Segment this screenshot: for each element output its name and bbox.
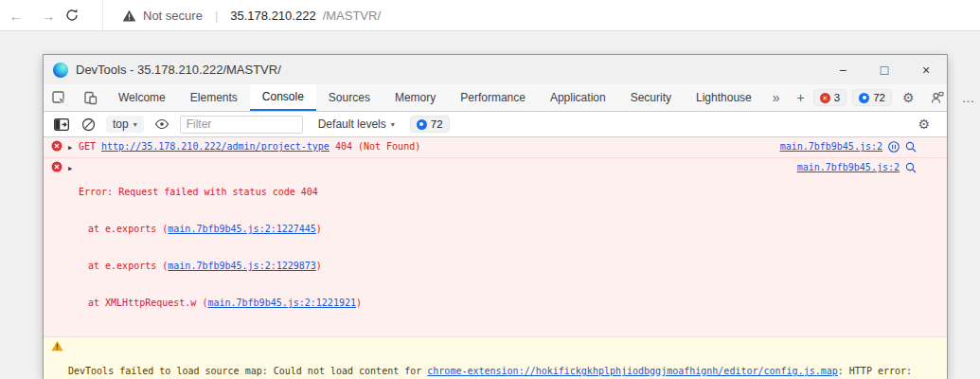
- console-warning-row: DevTools failed to load source map: Coul…: [44, 337, 947, 379]
- back-icon[interactable]: ←: [0, 8, 32, 24]
- url-host: 35.178.210.222: [230, 9, 315, 23]
- message-badge-icon: [859, 93, 869, 103]
- source-link[interactable]: main.7bfb9b45.js:2: [797, 161, 900, 173]
- stack-frame-link[interactable]: main.7bfb9b45.js:2:1229873: [168, 261, 316, 271]
- stack-frame-link[interactable]: main.7bfb9b45.js:2:1227445: [168, 224, 316, 234]
- inspect-element-icon[interactable]: [44, 84, 75, 111]
- status-badges: 3 72: [813, 84, 894, 111]
- search-web-icon[interactable]: [905, 141, 917, 153]
- warning-icon: [51, 340, 63, 352]
- tab-sources[interactable]: Sources: [316, 84, 383, 111]
- edge-logo-icon: [53, 63, 68, 78]
- minimize-button[interactable]: −: [822, 55, 864, 84]
- overflow-menu-icon[interactable]: …: [953, 84, 980, 111]
- stack-frame-text: at e.exports (: [88, 224, 168, 234]
- console-toolbar: top ▾ Default levels ▾ 72 ⚙: [44, 112, 947, 137]
- tab-performance[interactable]: Performance: [448, 84, 538, 111]
- expand-triangle-icon[interactable]: ▶: [68, 163, 79, 175]
- request-status: 404 (Not Found): [335, 141, 420, 152]
- not-secure-warning-icon: [122, 9, 136, 22]
- filter-input[interactable]: [180, 116, 303, 134]
- console-settings-gear-icon[interactable]: ⚙: [909, 117, 938, 132]
- request-method: GET: [79, 141, 96, 152]
- console-sidebar-toggle-icon[interactable]: [52, 118, 71, 131]
- log-levels-dropdown[interactable]: Default levels ▾: [312, 116, 401, 133]
- console-error-row: ▶ GEThttp://35.178.210.222/admin/project…: [44, 137, 947, 158]
- settings-gear-icon[interactable]: ⚙: [894, 84, 923, 111]
- message-count-badge[interactable]: 72: [852, 89, 892, 106]
- console-error-row: ▶ Error: Request failed with status code…: [44, 158, 947, 337]
- stack-frame-text: ): [316, 261, 322, 271]
- stack-frame-link[interactable]: main.7bfb9b45.js:2:1221921: [207, 298, 356, 308]
- error-count-badge[interactable]: 3: [813, 89, 846, 106]
- log-levels-label: Default levels: [318, 117, 386, 131]
- toolbar-message-badge[interactable]: 72: [410, 116, 450, 133]
- chevron-down-icon: ▾: [134, 120, 137, 129]
- toolbar-badge-count: 72: [431, 118, 443, 130]
- forward-icon[interactable]: →: [32, 8, 64, 24]
- stack-frame-text: at e.exports (: [88, 261, 168, 271]
- expand-triangle-icon[interactable]: ▶: [68, 142, 79, 154]
- javascript-context-dropdown[interactable]: top ▾: [106, 116, 144, 133]
- tab-console[interactable]: Console: [250, 84, 316, 111]
- devtools-titlebar[interactable]: DevTools - 35.178.210.222/MASTVR/ − □ ×: [44, 55, 947, 84]
- devtools-tabbar: Welcome Elements Console Sources Memory …: [44, 84, 947, 112]
- feedback-person-icon[interactable]: [922, 84, 953, 111]
- tab-security[interactable]: Security: [618, 84, 684, 111]
- error-message: Error: Request failed with status code 4…: [79, 186, 786, 198]
- tab-elements[interactable]: Elements: [178, 84, 250, 111]
- error-icon: [51, 140, 63, 152]
- close-button[interactable]: ×: [905, 55, 947, 84]
- source-map-link[interactable]: chrome-extension://hokifickgkhplphjiodbg…: [427, 366, 837, 376]
- browser-toolbar: ← → Not secure | 35.178.210.222/MASTVR/: [0, 0, 980, 31]
- tab-welcome[interactable]: Welcome: [106, 84, 178, 111]
- console-output: ▶ GEThttp://35.178.210.222/admin/project…: [44, 137, 947, 379]
- stack-frame-text: ): [356, 298, 362, 308]
- devtools-window: DevTools - 35.178.210.222/MASTVR/ − □ × …: [43, 54, 948, 379]
- error-icon: [51, 161, 63, 172]
- tab-memory[interactable]: Memory: [383, 84, 448, 111]
- more-tabs-icon[interactable]: »: [764, 84, 789, 111]
- devtools-title: DevTools - 35.178.210.222/MASTVR/: [76, 63, 281, 77]
- live-expression-eye-icon[interactable]: [152, 118, 171, 130]
- request-url-link[interactable]: http://35.178.210.222/admin/project-type: [101, 141, 330, 152]
- stack-frame-text: ): [316, 224, 322, 234]
- message-badge-count: 72: [873, 92, 885, 103]
- window-controls: − □ ×: [822, 55, 947, 84]
- warning-text: DevTools failed to load source map: Coul…: [68, 366, 427, 376]
- error-badge-count: 3: [834, 92, 840, 103]
- clear-console-icon[interactable]: [80, 117, 98, 132]
- security-label: Not secure: [143, 9, 203, 23]
- source-link[interactable]: main.7bfb9b45.js:2: [780, 140, 882, 153]
- message-badge-icon: [417, 119, 427, 130]
- tab-lighthouse[interactable]: Lighthouse: [684, 84, 764, 111]
- warning-text: : HTTP error:: [838, 366, 912, 376]
- refresh-icon[interactable]: [64, 8, 97, 23]
- tab-application[interactable]: Application: [538, 84, 618, 111]
- maximize-button[interactable]: □: [864, 55, 905, 84]
- address-separator: |: [215, 9, 218, 23]
- error-badge-icon: [820, 93, 830, 103]
- explain-error-icon[interactable]: [888, 141, 900, 153]
- search-web-icon[interactable]: [905, 162, 917, 173]
- chevron-down-icon: ▾: [391, 120, 395, 129]
- device-toolbar-icon[interactable]: [75, 84, 106, 111]
- add-tab-icon[interactable]: +: [789, 84, 813, 111]
- stack-frame-text: at XMLHttpRequest.w (: [88, 298, 207, 308]
- address-bar[interactable]: Not secure | 35.178.210.222/MASTVR/: [102, 0, 980, 31]
- url-path: /MASTVR/: [323, 9, 381, 23]
- context-label: top: [113, 117, 129, 131]
